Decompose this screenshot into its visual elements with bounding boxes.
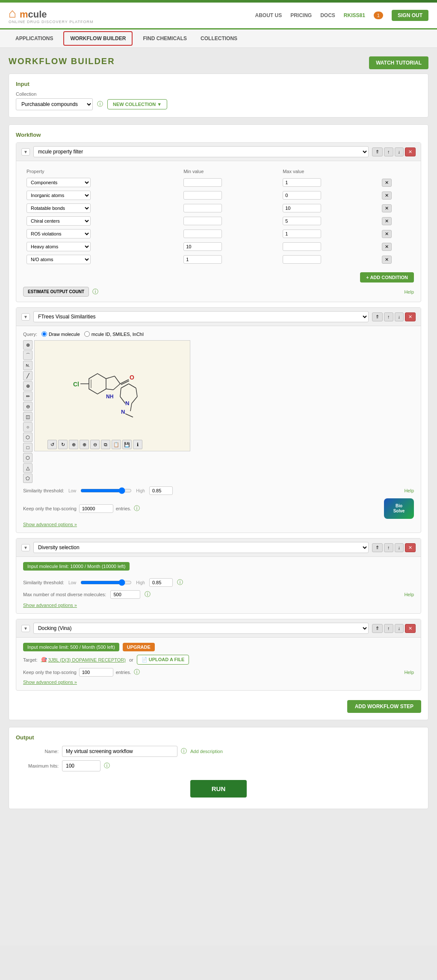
prop-name-select-2[interactable]: Rotatable bonds bbox=[27, 203, 91, 213]
step1-help[interactable]: Help bbox=[404, 289, 414, 294]
prop-min-input-5[interactable] bbox=[183, 242, 222, 251]
add-condition-button[interactable]: + ADD CONDITION bbox=[360, 272, 414, 283]
prop-min-input-1[interactable] bbox=[183, 191, 222, 200]
step1-move-up[interactable]: ↑ bbox=[384, 147, 393, 156]
prop-min-input-0[interactable] bbox=[183, 178, 222, 187]
add-workflow-step-button[interactable]: ADD WORKFLOW STEP bbox=[347, 700, 421, 713]
prop-remove-3[interactable]: ✕ bbox=[382, 217, 392, 225]
molecule-canvas[interactable]: Cl NH bbox=[34, 340, 190, 451]
collapse-arrow-4[interactable]: ▼ bbox=[21, 625, 30, 632]
step4-move-up[interactable]: ↑ bbox=[384, 624, 393, 633]
target-link[interactable]: 🎯 3JBL (D(3) DOPAMINE RECEPTOR) bbox=[41, 657, 126, 662]
prop-name-select-5[interactable]: Heavy atoms bbox=[27, 242, 91, 251]
prop-max-input-2[interactable] bbox=[283, 204, 321, 212]
top-scoring-input[interactable] bbox=[79, 504, 113, 513]
collapse-arrow-2[interactable]: ▼ bbox=[21, 313, 30, 321]
tool-pentagon[interactable]: ⬠ bbox=[23, 474, 32, 483]
docking-help[interactable]: Help bbox=[404, 670, 414, 675]
diversity-sim-slider[interactable] bbox=[80, 579, 132, 586]
step4-remove[interactable]: ✕ bbox=[405, 624, 416, 633]
step3-move-up[interactable]: ↑ bbox=[384, 543, 393, 552]
prop-max-input-4[interactable] bbox=[283, 230, 321, 238]
step1-remove[interactable]: ✕ bbox=[405, 147, 416, 156]
step2-remove[interactable]: ✕ bbox=[405, 312, 416, 321]
prop-remove-2[interactable]: ✕ bbox=[382, 204, 392, 212]
btn-zoom-in[interactable]: ⊕ bbox=[69, 440, 78, 449]
prop-name-select-1[interactable]: Inorganic atoms bbox=[27, 191, 91, 200]
btn-save[interactable]: 💾 bbox=[122, 440, 132, 449]
step-1-select[interactable]: mcule property filter bbox=[33, 146, 369, 157]
collection-select[interactable]: Purchasable compounds bbox=[16, 98, 93, 110]
nav-workflow-builder[interactable]: WORKFLOW BUILDER bbox=[63, 31, 133, 46]
prop-remove-0[interactable]: ✕ bbox=[382, 179, 392, 187]
step4-move-down[interactable]: ↓ bbox=[395, 624, 404, 633]
btn-copy[interactable]: ⧉ bbox=[101, 440, 110, 449]
step3-move-top[interactable]: ⇑ bbox=[372, 543, 383, 552]
prop-remove-4[interactable]: ✕ bbox=[382, 230, 392, 238]
prop-remove-5[interactable]: ✕ bbox=[382, 243, 392, 251]
nav-applications[interactable]: APPLICATIONS bbox=[9, 30, 60, 47]
output-name-input[interactable] bbox=[62, 746, 177, 757]
query-draw-option[interactable]: Draw molecule bbox=[41, 331, 80, 337]
prop-name-select-3[interactable]: Chiral centers bbox=[27, 216, 91, 226]
nav-find-chemicals[interactable]: FIND CHEMICALS bbox=[136, 30, 194, 47]
add-description-link[interactable]: Add description bbox=[190, 749, 223, 754]
diversity-show-advanced[interactable]: Show advanced options » bbox=[23, 603, 77, 608]
collapse-arrow-3[interactable]: ▼ bbox=[21, 544, 30, 551]
upload-file-button[interactable]: 📄 UPLOAD A FILE bbox=[137, 655, 189, 665]
step-3-select[interactable]: Diversity selection bbox=[33, 542, 369, 553]
tool-pencil[interactable]: ✏ bbox=[23, 391, 32, 401]
tool-eraser[interactable]: ◫ bbox=[23, 412, 32, 421]
prop-min-input-6[interactable] bbox=[183, 255, 222, 264]
step-4-select[interactable]: Docking (Vina) bbox=[33, 623, 369, 634]
tool-hexagon[interactable]: ⬡ bbox=[23, 433, 32, 442]
diversity-help[interactable]: Help bbox=[404, 592, 414, 597]
btn-redo[interactable]: ↻ bbox=[58, 440, 68, 449]
step3-remove[interactable]: ✕ bbox=[405, 543, 416, 552]
step3-move-down[interactable]: ↓ bbox=[395, 543, 404, 552]
ftrees-show-advanced[interactable]: Show advanced options » bbox=[23, 522, 77, 527]
collection-info-icon[interactable]: ⓘ bbox=[97, 100, 103, 108]
ftrees-help[interactable]: Help bbox=[404, 488, 414, 493]
signout-button[interactable]: SIGN OUT bbox=[392, 10, 428, 21]
btn-undo[interactable]: ↺ bbox=[47, 440, 57, 449]
step1-move-down[interactable]: ↓ bbox=[395, 147, 404, 156]
tool-line[interactable]: ╱ bbox=[23, 371, 32, 380]
run-button[interactable]: RUN bbox=[190, 780, 247, 798]
tool-octagon[interactable]: ⬡ bbox=[23, 453, 32, 462]
tool-triangle[interactable]: △ bbox=[23, 463, 32, 473]
prop-min-input-2[interactable] bbox=[183, 204, 222, 212]
prop-max-input-1[interactable] bbox=[283, 191, 321, 200]
btn-zoom-reset[interactable]: ⊕ bbox=[80, 440, 89, 449]
step-2-select[interactable]: FTrees Visual Similarities bbox=[33, 311, 369, 322]
query-smiles-option[interactable]: mcule ID, SMILES, InChI bbox=[84, 331, 144, 337]
prop-min-input-4[interactable] bbox=[183, 230, 222, 238]
about-link[interactable]: ABOUT US bbox=[255, 12, 282, 18]
prop-name-select-4[interactable]: RO5 violations bbox=[27, 229, 91, 238]
new-collection-button[interactable]: NEW COLLECTION ▼ bbox=[107, 99, 167, 109]
step1-move-top[interactable]: ⇑ bbox=[372, 147, 383, 156]
step4-move-top[interactable]: ⇑ bbox=[372, 624, 383, 633]
prop-min-input-3[interactable] bbox=[183, 217, 222, 225]
diversity-sim-value[interactable] bbox=[149, 578, 173, 587]
prop-remove-1[interactable]: ✕ bbox=[382, 191, 392, 200]
query-draw-radio[interactable] bbox=[41, 331, 47, 337]
tool-erase[interactable]: ⊗ bbox=[23, 340, 32, 350]
step2-move-top[interactable]: ⇑ bbox=[372, 312, 383, 321]
prop-max-input-5[interactable] bbox=[283, 242, 321, 251]
docking-show-advanced[interactable]: Show advanced options » bbox=[23, 680, 77, 685]
nav-collections[interactable]: COLLECTIONS bbox=[194, 30, 244, 47]
collapse-arrow-1[interactable]: ▼ bbox=[21, 148, 30, 156]
prop-max-input-6[interactable] bbox=[283, 255, 321, 264]
estimate-output-button[interactable]: ESTIMATE OUTPUT COUNT bbox=[23, 287, 89, 297]
btn-paste[interactable]: 📋 bbox=[112, 440, 121, 449]
btn-zoom-out[interactable]: ⊖ bbox=[90, 440, 100, 449]
max-hits-input[interactable] bbox=[62, 760, 100, 771]
prop-name-select-6[interactable]: N/O atoms bbox=[27, 255, 91, 264]
step2-move-down[interactable]: ↓ bbox=[395, 312, 404, 321]
tool-n[interactable]: N. bbox=[23, 361, 32, 370]
sim-value-input[interactable] bbox=[149, 486, 173, 495]
prop-name-select-0[interactable]: Components bbox=[27, 178, 91, 187]
tool-arc[interactable]: ⌒ bbox=[23, 350, 32, 360]
max-diverse-input[interactable] bbox=[110, 590, 140, 599]
